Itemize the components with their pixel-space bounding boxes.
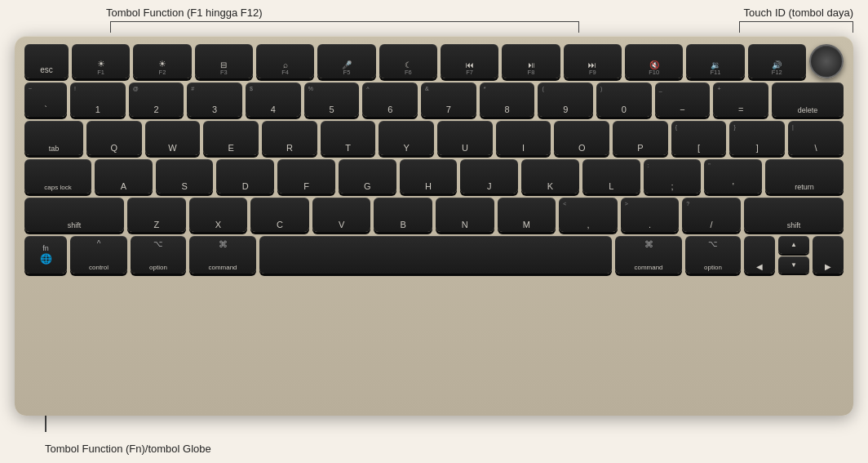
key-5[interactable]: % 5	[304, 82, 360, 117]
key-j[interactable]: J	[460, 159, 518, 194]
key-o[interactable]: O	[554, 121, 609, 155]
key-d[interactable]: D	[216, 159, 274, 194]
key-f1[interactable]: ☀ F1	[72, 44, 130, 78]
number-row: ~ ` ! 1 @ 2 # 3 $ 4 % 5 ^ 6 & 7	[24, 82, 844, 117]
bracket-function-keys	[110, 21, 579, 33]
key-u[interactable]: U	[437, 121, 493, 155]
key-quote[interactable]: " '	[704, 159, 762, 194]
key-6[interactable]: ^ 6	[362, 82, 418, 117]
key-tab[interactable]: tab	[24, 121, 83, 155]
key-f10[interactable]: 🔇 F10	[625, 44, 683, 78]
key-c[interactable]: C	[250, 198, 309, 232]
key-s[interactable]: S	[156, 159, 214, 194]
key-f12[interactable]: 🔊 F12	[748, 44, 806, 78]
key-1[interactable]: ! 1	[70, 82, 126, 117]
key-arrow-up[interactable]: ▲	[778, 236, 809, 254]
key-delete[interactable]: delete	[772, 82, 844, 117]
key-h[interactable]: H	[400, 159, 458, 194]
function-row: esc ☀ F1 ☀ F2 ⊟ F3 ⌕ F4 🎤 F5 ☾ F6 ⏮ F7	[24, 44, 844, 78]
key-l[interactable]: L	[582, 159, 640, 194]
key-arrow-down[interactable]: ▼	[778, 256, 809, 274]
annotation-fn-globe: Tombol Function (Fn)/tombol Globe	[45, 443, 211, 455]
key-slash[interactable]: ? /	[682, 198, 741, 232]
key-f4[interactable]: ⌕ F4	[256, 44, 314, 78]
key-control[interactable]: ^ control	[70, 236, 127, 274]
key-k[interactable]: K	[521, 159, 579, 194]
key-backtick[interactable]: ~ `	[24, 82, 67, 117]
key-equals[interactable]: + =	[713, 82, 768, 117]
key-semicolon[interactable]: : ;	[644, 159, 702, 194]
key-t[interactable]: T	[321, 121, 376, 155]
key-a[interactable]: A	[95, 159, 153, 194]
keyboard: esc ☀ F1 ☀ F2 ⊟ F3 ⌕ F4 🎤 F5 ☾ F6 ⏮ F7	[15, 36, 853, 416]
asdf-row: caps lock A S D F G H J K L : ; " ' retu…	[24, 159, 844, 194]
key-option-left[interactable]: ⌥ option	[131, 236, 186, 274]
key-3[interactable]: # 3	[187, 82, 242, 117]
key-y[interactable]: Y	[379, 121, 434, 155]
key-e[interactable]: E	[203, 121, 259, 155]
key-f9[interactable]: ⏭ F9	[564, 44, 622, 78]
key-v[interactable]: V	[312, 198, 371, 232]
key-g[interactable]: G	[339, 159, 396, 194]
key-i[interactable]: I	[496, 121, 551, 155]
key-arrow-right[interactable]: ▶	[813, 236, 844, 274]
key-f-letter[interactable]: F	[277, 159, 335, 194]
key-capslock[interactable]: caps lock	[24, 159, 91, 194]
zxcv-row: shift Z X C V B N M < , > . ? / shift	[24, 198, 844, 232]
key-arrow-updown: ▲ ▼	[778, 236, 809, 274]
key-z[interactable]: Z	[127, 198, 186, 232]
key-p[interactable]: P	[613, 121, 668, 155]
key-fn[interactable]: fn 🌐	[24, 236, 67, 274]
key-n[interactable]: N	[436, 198, 494, 232]
key-f3[interactable]: ⊟ F3	[195, 44, 253, 78]
key-option-right[interactable]: ⌥ option	[685, 236, 741, 274]
key-f5[interactable]: 🎤 F5	[317, 44, 375, 78]
key-f2[interactable]: ☀ F2	[133, 44, 191, 78]
key-0[interactable]: ) 0	[596, 82, 652, 117]
key-b[interactable]: B	[374, 198, 432, 232]
key-f11[interactable]: 🔉 F11	[686, 44, 744, 78]
key-period[interactable]: > .	[621, 198, 680, 232]
annotation-touch-id: Touch ID (tombol daya)	[744, 7, 853, 19]
key-q[interactable]: Q	[86, 121, 142, 155]
key-8[interactable]: * 8	[480, 82, 535, 117]
key-9[interactable]: ( 9	[538, 82, 593, 117]
key-4[interactable]: $ 4	[246, 82, 301, 117]
key-f6[interactable]: ☾ F6	[379, 44, 437, 78]
key-command-left[interactable]: ⌘ command	[189, 236, 256, 274]
key-arrow-left[interactable]: ◀	[744, 236, 775, 274]
key-spacebar[interactable]	[259, 236, 612, 274]
bracket-touch-id	[739, 21, 853, 33]
key-r[interactable]: R	[262, 121, 317, 155]
key-f8[interactable]: ⏯ F8	[502, 44, 560, 78]
key-rbracket[interactable]: } ]	[729, 121, 785, 155]
key-minus[interactable]: _ −	[655, 82, 711, 117]
qwerty-row: tab Q W E R T Y U I O P { [ } ] | \	[24, 121, 844, 155]
key-touch-id[interactable]	[809, 44, 844, 78]
annotation-function-keys: Tombol Function (F1 hingga F12)	[106, 7, 262, 19]
key-f7[interactable]: ⏮ F7	[441, 44, 498, 78]
key-lbracket[interactable]: { [	[671, 121, 727, 155]
key-x[interactable]: X	[189, 198, 248, 232]
key-command-right[interactable]: ⌘ command	[615, 236, 682, 274]
key-esc[interactable]: esc	[24, 44, 69, 78]
key-shift-right[interactable]: shift	[744, 198, 844, 232]
key-backslash[interactable]: | \	[788, 121, 844, 155]
key-return[interactable]: return	[765, 159, 844, 194]
key-2[interactable]: @ 2	[129, 82, 184, 117]
key-comma[interactable]: < ,	[559, 198, 618, 232]
key-m[interactable]: M	[498, 198, 556, 232]
key-7[interactable]: & 7	[421, 82, 476, 117]
bottom-row: fn 🌐 ^ control ⌥ option ⌘ command ⌘ comm…	[24, 236, 844, 274]
key-shift-left[interactable]: shift	[24, 198, 124, 232]
key-w[interactable]: W	[145, 121, 201, 155]
